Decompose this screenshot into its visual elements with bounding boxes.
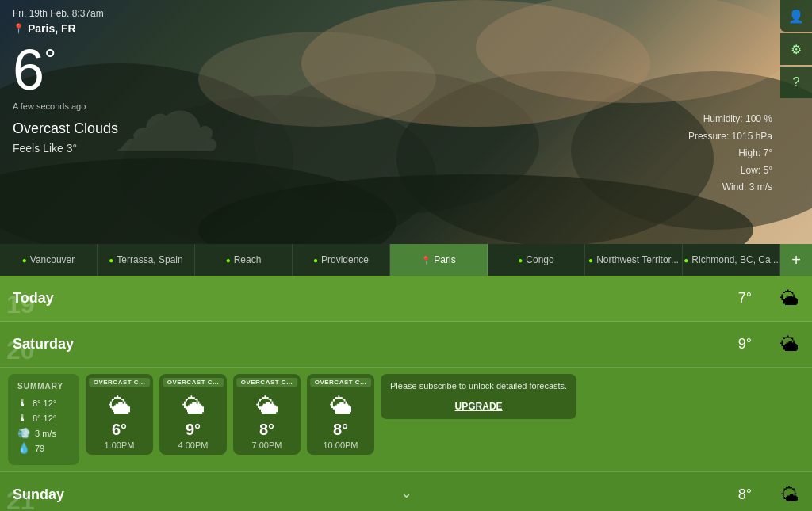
tab-label: Paris	[434, 254, 455, 265]
temp-4pm: 9°	[167, 421, 219, 439]
location-name: Paris, FR	[28, 22, 76, 35]
forecast-row-today[interactable]: 19 Today 7° 🌥	[0, 276, 812, 322]
temp-today: 7°	[738, 290, 752, 307]
tab-terrassa[interactable]: ● Terrassa, Spain	[98, 244, 195, 276]
svg-point-7	[198, 32, 436, 127]
pin-icon: ●	[226, 256, 231, 265]
badge-4pm: OVERCAST C...	[163, 378, 224, 387]
pin-icon: ●	[518, 256, 523, 265]
upgrade-link[interactable]: UPGRADE	[455, 401, 503, 412]
weather-info-panel: Fri. 19th Feb. 8:37am 📍 Paris, FR 6° A f…	[0, 0, 131, 162]
time-1pm: 1:00PM	[94, 440, 145, 450]
low-stat: Low: 5°	[688, 162, 772, 180]
weather-stats-panel: Humidity: 100 % Pressure: 1015 hPa High:…	[688, 111, 772, 196]
hourly-card-10pm: OVERCAST C... 🌥 8° 10:00PM	[307, 374, 374, 455]
tab-label: Vancouver	[30, 254, 75, 265]
summary-temp-2: 8° 12°	[33, 414, 56, 423]
pro-upgrade-card: Please subscribe to unlock detailed fore…	[381, 374, 576, 419]
tab-label: Providence	[321, 254, 369, 265]
expand-chevron[interactable]: ⌄	[400, 484, 412, 501]
temp-saturday: 9°	[738, 336, 752, 353]
temp-7pm: 8°	[241, 421, 293, 439]
humidity-icon: 💧	[17, 442, 30, 454]
summary-row-3: 💨 3 m/s	[17, 427, 70, 439]
summary-label: SUMMARY	[17, 382, 70, 391]
pro-message: Please subscribe to unlock detailed fore…	[390, 380, 567, 392]
summary-wind: 3 m/s	[35, 429, 56, 438]
pin-icon: ●	[109, 256, 113, 265]
day-label-sunday: Sunday	[13, 486, 108, 503]
location-display: 📍 Paris, FR	[13, 22, 118, 35]
temp-1pm: 6°	[94, 421, 145, 439]
weather-condition: Overcast Clouds	[13, 120, 118, 137]
time-10pm: 10:00PM	[315, 440, 366, 450]
tab-vancouver[interactable]: ● Vancouver	[0, 244, 98, 276]
pin-icon: 📍	[421, 256, 431, 265]
forecast-section: 19 Today 7° 🌥 20 Saturday 9° 🌥 SUMMARY 🌡…	[0, 276, 812, 511]
right-sidebar: 👤 ⚙ ?	[780, 0, 812, 98]
badge-7pm: OVERCAST C...	[236, 378, 298, 387]
tab-label: Terrassa, Spain	[117, 254, 182, 265]
pin-icon: ●	[313, 256, 318, 265]
temperature-value: 6	[13, 38, 44, 101]
hourly-card-7pm: OVERCAST C... 🌥 8° 7:00PM	[233, 374, 301, 455]
summary-row-1: 🌡 8° 12°	[17, 397, 70, 409]
summary-humidity: 79	[35, 444, 44, 453]
summary-row-4: 💧 79	[17, 442, 70, 454]
pin-icon: ●	[588, 256, 593, 265]
pin-icon: ●	[22, 256, 27, 265]
wind-stat: Wind: 3 m/s	[688, 179, 772, 196]
summary-box: SUMMARY 🌡 8° 12° 🌡 8° 12° 💨 3 m/s 💧 79	[8, 374, 79, 465]
cloud-icon-10pm: 🌥	[315, 393, 366, 419]
tab-label: Northwest Territor...	[596, 254, 679, 265]
hourly-card-1pm: OVERCAST C... 🌥 6° 1:00PM	[86, 374, 153, 455]
cloud-icon-7pm: 🌥	[241, 393, 293, 419]
saturday-expanded-panel: SUMMARY 🌡 8° 12° 🌡 8° 12° 💨 3 m/s 💧 79	[0, 368, 812, 472]
tab-providence[interactable]: ● Providence	[293, 244, 390, 276]
hourly-card-4pm: OVERCAST C... 🌥 9° 4:00PM	[159, 374, 227, 455]
tab-richmond[interactable]: ● Richmond, BC, Ca...	[683, 244, 780, 276]
icon-saturday: 🌥	[768, 334, 799, 356]
temp-10pm: 8°	[315, 421, 366, 439]
tab-label: Reach	[234, 254, 262, 265]
time-4pm: 4:00PM	[167, 440, 219, 450]
tab-congo[interactable]: ● Congo	[488, 244, 585, 276]
expanded-inner: SUMMARY 🌡 8° 12° 🌡 8° 12° 💨 3 m/s 💧 79	[8, 374, 804, 465]
thermometer-icon-2: 🌡	[17, 412, 28, 424]
pressure-stat: Pressure: 1015 hPa	[688, 128, 772, 146]
user-button[interactable]: 👤	[780, 0, 812, 32]
temperature-display: 6°	[13, 41, 118, 98]
day-label-saturday: Saturday	[13, 336, 108, 353]
tab-reach[interactable]: ● Reach	[195, 244, 293, 276]
date-display: Fri. 19th Feb. 8:37am	[13, 8, 118, 19]
high-stat: High: 7°	[688, 145, 772, 162]
wind-icon: 💨	[17, 427, 30, 439]
pin-icon: ●	[684, 256, 688, 265]
badge-10pm: OVERCAST C...	[310, 378, 372, 387]
humidity-stat: Humidity: 100 %	[688, 111, 772, 128]
thermometer-icon-1: 🌡	[17, 397, 28, 409]
tab-northwest[interactable]: ● Northwest Territor...	[585, 244, 683, 276]
last-updated: A few seconds ago	[13, 101, 118, 111]
settings-button[interactable]: ⚙	[780, 33, 812, 65]
degree-symbol: °	[44, 44, 56, 76]
forecast-row-saturday[interactable]: 20 Saturday 9° 🌥	[0, 322, 812, 368]
icon-today: 🌥	[768, 288, 799, 310]
temp-sunday: 8°	[738, 486, 752, 503]
summary-temp-1: 8° 12°	[33, 399, 56, 408]
time-7pm: 7:00PM	[241, 440, 293, 450]
icon-sunday: 🌤	[768, 484, 799, 506]
tab-paris[interactable]: 📍 Paris	[390, 244, 488, 276]
tab-label: Congo	[526, 254, 553, 265]
location-tabs: ● Vancouver ● Terrassa, Spain ● Reach ● …	[0, 244, 812, 276]
day-label-today: Today	[13, 290, 108, 307]
location-pin-icon: 📍	[13, 23, 25, 34]
cloud-icon-4pm: 🌥	[167, 393, 219, 419]
tab-label: Richmond, BC, Ca...	[691, 254, 778, 265]
summary-row-2: 🌡 8° 12°	[17, 412, 70, 424]
badge-1pm: OVERCAST C...	[89, 378, 151, 387]
help-button[interactable]: ?	[780, 67, 812, 98]
cloud-icon-1pm: 🌥	[94, 393, 145, 419]
add-location-button[interactable]: +	[780, 244, 812, 276]
feels-like: Feels Like 3°	[13, 142, 118, 154]
